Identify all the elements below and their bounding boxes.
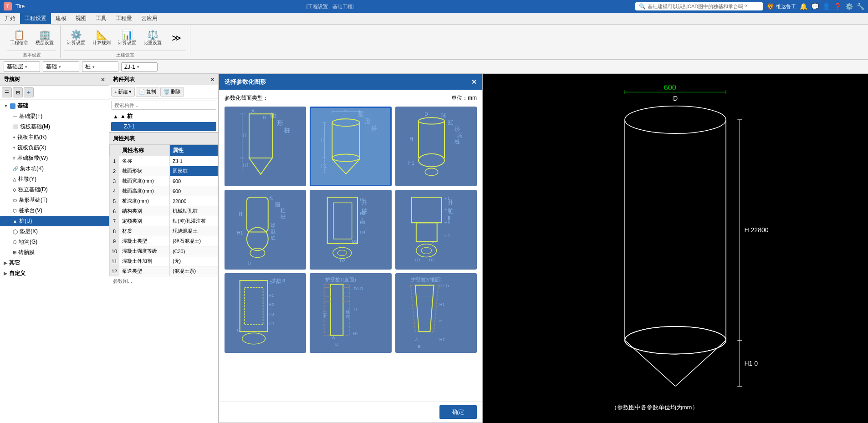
toolbar-project-info[interactable]: 📋 工程信息 <box>7 29 31 47</box>
toolbar-floor-settings[interactable]: 🏢 楼层设置 <box>33 29 56 47</box>
svg-text:D1 D: D1 D <box>270 280 279 285</box>
menu-yunyingyong[interactable]: 云应用 <box>137 13 162 24</box>
toolbar-calc-settings[interactable]: ⚙️ 计算设置 <box>64 29 88 47</box>
nav-item-tiaoxing-jichu[interactable]: ▭ 条形基础(T) <box>0 195 109 205</box>
nav-item-dianceng[interactable]: ◯ 垫层(X) <box>0 226 109 237</box>
nav-item-jichu-bandai[interactable]: ≡ 基础板带(W) <box>0 153 109 163</box>
nav-item-zhuang[interactable]: ▲ 桩(U) <box>0 216 109 226</box>
svg-rect-99 <box>331 284 343 335</box>
prop-row-value: 22800 <box>169 196 218 206</box>
nav-item-faban-fujin[interactable]: + 筏板负筋(X) <box>0 143 109 153</box>
svg-text:L: L <box>237 328 240 332</box>
category-dropdown[interactable]: 基础 ▾ <box>43 61 79 72</box>
type-dropdown[interactable]: 桩 ▾ <box>82 61 118 72</box>
svg-point-134 <box>625 106 726 134</box>
pile-tree-root[interactable]: ▲ ▲ 桩 <box>109 112 218 121</box>
shape-well-pile-1[interactable]: 井 桩 Ⅰ <box>310 190 391 270</box>
search-input[interactable] <box>648 4 759 9</box>
nav-close[interactable]: ✕ <box>101 76 105 83</box>
nav-item-faban-zhujin[interactable]: + 筏板主筋(R) <box>0 132 109 143</box>
component-item-zj1[interactable]: ZJ-1 <box>111 122 216 131</box>
menu-goncheng-shezhi[interactable]: 工程设置 <box>20 13 51 24</box>
menu-kaishi[interactable]: 开始 <box>0 13 20 24</box>
cad-preview: 600 D <box>483 74 868 423</box>
shape-circle-pile[interactable]: 圆 形 桩 <box>310 107 391 186</box>
svg-text:D1 D: D1 D <box>354 286 363 291</box>
new-component-btn[interactable]: +新建▾ <box>111 87 135 97</box>
nav-grid-view[interactable]: ⊞ <box>13 87 23 97</box>
prop-row-name: 泵送类型 <box>119 266 170 276</box>
menu-shitu[interactable]: 视图 <box>71 13 91 24</box>
svg-text:D: D <box>673 95 678 102</box>
prop-col-num <box>110 145 119 156</box>
prop-row-value: 600 <box>169 176 218 186</box>
modal-confirm-button[interactable]: 确定 <box>439 405 477 419</box>
menu-jianmo[interactable]: 建模 <box>51 13 71 24</box>
prop-more-row[interactable]: 参数图... <box>109 276 218 286</box>
nav-item-faban-jichu[interactable]: ⬜ 筏板基础(M) <box>0 122 109 132</box>
user-icon[interactable]: 👤 <box>822 3 830 10</box>
question-icon[interactable]: ❓ <box>834 3 842 10</box>
toolbar-calc-rules[interactable]: 📐 计算规则 <box>90 29 113 47</box>
nav-item-duli-jichu[interactable]: ◇ 独立基础(D) <box>0 184 109 195</box>
shape-retaining-pile-1[interactable]: 护壁桩1(直面) <box>310 273 391 353</box>
toolbar-calc-settings2[interactable]: 📊 计算设置 <box>115 29 139 47</box>
svg-text:形: 形 <box>277 119 283 127</box>
layer-dropdown[interactable]: 基础层 ▾ <box>4 61 40 72</box>
nav-list-view[interactable]: ☰ <box>2 87 12 97</box>
svg-text:冠: 冠 <box>271 229 276 234</box>
nav-item-zhuichengtai[interactable]: ⬡ 桩承台(V) <box>0 205 109 216</box>
copy-component-btn[interactable]: 📄复制 <box>136 87 159 97</box>
component-list-close[interactable]: ✕ <box>210 76 214 83</box>
shape-spherical-bottom[interactable]: 球 冠 形 底 桩 D <box>395 107 477 186</box>
svg-rect-88 <box>240 280 268 331</box>
shape-long-oval[interactable]: 长 圆 柱 桩 球 冠 底 <box>225 190 306 270</box>
element-dropdown[interactable]: ZJ-1 ▾ <box>121 62 158 71</box>
svg-text:H4: H4 <box>269 321 274 326</box>
svg-point-38 <box>419 117 444 124</box>
chat-icon[interactable]: 💬 <box>811 3 819 10</box>
prop-row-value: (C30) <box>169 246 218 256</box>
shape-well-pile-2[interactable]: 井 桩 Ⅱ <box>395 190 477 270</box>
menu-gongju[interactable]: 工具 <box>91 13 111 24</box>
shape-rect-pile[interactable]: 矩 形 桩 H <box>225 107 306 186</box>
prop-row-num: 1 <box>110 156 119 166</box>
prop-row-value[interactable]: 圆形桩 <box>169 166 218 176</box>
svg-line-139 <box>675 340 726 386</box>
svg-rect-62 <box>333 203 352 239</box>
prop-row-num: 2 <box>110 166 119 176</box>
svg-text:H3: H3 <box>269 312 274 316</box>
svg-point-64 <box>337 250 347 255</box>
nav-add[interactable]: + <box>24 87 34 97</box>
search-bar[interactable]: 🔍 <box>635 2 763 10</box>
bell-icon[interactable]: 🔔 <box>800 3 807 10</box>
modal-close[interactable]: ✕ <box>471 78 477 86</box>
nav-item-zhuntaimo[interactable]: ⊞ 砖胎膜 <box>0 247 109 258</box>
toolbar-more[interactable]: ≫ <box>166 32 186 44</box>
nav-section-foundation[interactable]: ▼ 基础 <box>0 101 109 111</box>
prop-row-name: 截面形状 <box>119 166 170 176</box>
nav-item-zhudun[interactable]: △ 柱墩(Y) <box>0 174 109 184</box>
component-list-title: 构件列表 <box>113 76 135 83</box>
component-search[interactable] <box>111 101 216 110</box>
prop-row-name: 混凝土外加剂 <box>119 256 170 266</box>
shape-well-pile-3[interactable]: 井桩ⅡI D1 D H1 H2 H <box>225 273 306 353</box>
delete-component-btn[interactable]: 🗑️删除 <box>160 87 184 97</box>
nav-item-digou[interactable]: ⬡ 地沟(G) <box>0 237 109 247</box>
svg-text:H2: H2 <box>360 211 365 216</box>
svg-text:H  22800: H 22800 <box>744 226 768 234</box>
toolbar-weight-settings[interactable]: ⚖️ 比重设置 <box>141 29 164 47</box>
nav-item-jishuikeng[interactable]: 🔗 集水坑(K) <box>0 163 109 174</box>
nav-section-custom[interactable]: ▶ 自定义 <box>0 268 109 279</box>
settings-icon[interactable]: ⚙️ <box>845 3 853 10</box>
svg-marker-118 <box>410 285 438 331</box>
svg-text:H2: H2 <box>439 337 444 342</box>
minimize-icon[interactable]: 🔧 <box>857 3 864 10</box>
nav-item-jichusliang[interactable]: — 基础梁(F) <box>0 111 109 122</box>
shape-retaining-pile-2[interactable]: 护壁桩2(锥面) D1 D H <box>395 273 477 353</box>
menu-gongchengliang[interactable]: 工程量 <box>111 13 137 24</box>
svg-rect-75 <box>416 223 437 241</box>
svg-text:D2: D2 <box>429 258 434 262</box>
nav-section-other[interactable]: ▶ 其它 <box>0 258 109 268</box>
prop-row-num: 7 <box>110 216 119 226</box>
